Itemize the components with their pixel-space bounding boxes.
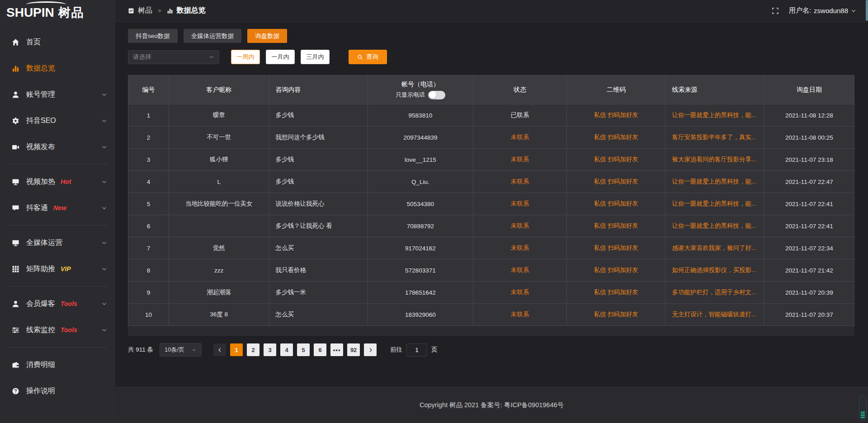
cell-content: 怎么买	[269, 304, 368, 326]
qrcode-link[interactable]: 私信 扫码加好友	[594, 200, 638, 207]
page-size-select[interactable]: 10条/页	[160, 343, 202, 357]
table-panel: 编号客户昵称咨询内容帐号（电话）只显示电话状态二维码线索来源询盘日期 1暧章多少…	[128, 75, 854, 336]
page-button-4[interactable]: 4	[280, 343, 293, 356]
copyright-text: Copyright 树品 2021 备案号: 粤ICP备09019646号	[420, 401, 564, 409]
cell-source: 让你一眼就爱上的黑科技，能...	[665, 171, 764, 193]
cell-nickname: 潮起潮落	[169, 282, 269, 304]
status-badge: 未联系	[511, 200, 529, 207]
source-link[interactable]: 多功能护栏灯，适用于乡村文...	[672, 289, 756, 296]
monitor-icon	[12, 239, 19, 247]
qrcode-link[interactable]: 私信 扫码加好友	[594, 112, 638, 118]
page-more-button[interactable]: •••	[330, 343, 343, 356]
sidebar-item-label: 抖客通	[26, 203, 48, 213]
cell-date: 2021-11-07 23:18	[764, 149, 854, 171]
period-button-0[interactable]: 一周内	[231, 50, 260, 64]
qrcode-link[interactable]: 私信 扫码加好友	[594, 311, 638, 318]
qrcode-link[interactable]: 私信 扫码加好友	[594, 244, 638, 251]
query-button[interactable]: 查询	[349, 50, 387, 64]
column-header-nickname: 客户昵称	[169, 75, 269, 104]
cell-date: 2021-11-07 22:41	[764, 215, 854, 237]
sidebar-badge: Tools	[61, 300, 77, 307]
sidebar-item-4[interactable]: 视频发布	[0, 134, 115, 160]
cell-account: 50534380	[368, 193, 473, 215]
cell-nickname: 暧章	[169, 104, 269, 127]
tab-1[interactable]: 全媒体运营数据	[184, 29, 242, 43]
qrcode-link[interactable]: 私信 扫码加好友	[594, 178, 638, 185]
cell-no: 5	[128, 193, 169, 215]
scrollbar-thumb[interactable]	[866, 0, 868, 21]
sidebar-badge: Hot	[61, 178, 71, 185]
sidebar-item-16[interactable]: 操作说明	[0, 378, 115, 404]
column-header-qrcode: 二维码	[566, 75, 665, 104]
source-link[interactable]: 如何正确选择投影仪，买投影...	[672, 267, 756, 273]
period-button-2[interactable]: 三月内	[301, 50, 330, 64]
source-link[interactable]: 让你一眼就爱上的黑科技，能...	[672, 112, 756, 118]
user-menu[interactable]: 用户名: zswodun88	[789, 6, 856, 15]
goto-page: 前往 页	[390, 343, 438, 357]
sidebar-item-7[interactable]: 抖客通New	[0, 195, 115, 221]
breadcrumb: 树品 > 数据总览	[128, 6, 206, 15]
username-label: 用户名:	[789, 6, 811, 15]
period-button-1[interactable]: 一月内	[266, 50, 295, 64]
source-link[interactable]: 让你一眼就爱上的黑科技，能...	[672, 178, 756, 185]
qrcode-link[interactable]: 私信 扫码加好友	[594, 134, 638, 141]
sidebar-item-2[interactable]: 账号管理	[0, 81, 115, 108]
sidebar-divider	[8, 347, 107, 348]
period-button-group: 一周内一月内三月内	[231, 50, 330, 64]
phone-only-toggle[interactable]	[428, 91, 445, 99]
page-button-1[interactable]: 1	[230, 343, 243, 356]
goto-unit: 页	[431, 346, 438, 354]
sidebar-item-15[interactable]: 消费明细	[0, 352, 115, 378]
sidebar-item-13[interactable]: 线索监控Tools	[0, 317, 115, 343]
cell-source: 被大家追着问的客厅投影分享...	[665, 149, 764, 171]
cell-account: 2097344839	[368, 127, 473, 149]
page-button-5[interactable]: 5	[297, 343, 310, 356]
source-link[interactable]: 让你一眼就爱上的黑科技，能...	[672, 200, 756, 207]
status-badge: 未联系	[511, 267, 529, 273]
sidebar-item-10[interactable]: 矩阵助推VIP	[0, 256, 115, 282]
cell-date: 2021-11-07 22:41	[764, 193, 854, 215]
qrcode-link[interactable]: 私信 扫码加好友	[594, 156, 638, 163]
tab-2[interactable]: 询盘数据	[247, 29, 287, 43]
sidebar-item-6[interactable]: 视频加热Hot	[0, 169, 115, 195]
fullscreen-icon[interactable]	[772, 7, 779, 14]
tab-0[interactable]: 抖音seo数据	[128, 29, 178, 43]
phone-only-label: 只显示电话	[396, 91, 425, 99]
floating-widget[interactable]	[859, 396, 867, 420]
sidebar-item-9[interactable]: 全媒体运营	[0, 230, 115, 256]
qrcode-link[interactable]: 私信 扫码加好友	[594, 289, 638, 296]
source-link[interactable]: 感谢大家喜欢我家，被问了好...	[672, 244, 756, 251]
sidebar-item-label: 抖音SEO	[26, 116, 56, 126]
filter-select[interactable]: 请选择	[128, 50, 219, 64]
qrcode-link[interactable]: 私信 扫码加好友	[594, 222, 638, 229]
sidebar-item-12[interactable]: 会员爆客Tools	[0, 291, 115, 317]
table-row: 3狐小狸多少钱love__1215未联系私信 扫码加好友被大家追着问的客厅投影分…	[128, 149, 854, 171]
sidebar-item-1[interactable]: 数据总览	[0, 55, 115, 81]
source-link[interactable]: 让你一眼就爱上的黑科技，能...	[672, 222, 756, 229]
cell-status: 未联系	[473, 193, 566, 215]
page-button-6[interactable]: 6	[314, 343, 326, 356]
sidebar-item-0[interactable]: 首页	[0, 29, 115, 55]
source-link[interactable]: 无主灯设计，智能磁吸轨道灯...	[672, 311, 756, 318]
status-badge: 未联系	[511, 244, 529, 251]
goto-page-input[interactable]	[406, 343, 427, 357]
cell-qrcode: 私信 扫码加好友	[566, 237, 665, 259]
sidebar-divider	[8, 225, 107, 226]
page-button-2[interactable]: 2	[247, 343, 259, 356]
prev-page-button[interactable]	[213, 343, 226, 356]
cell-qrcode: 私信 扫码加好友	[566, 259, 665, 282]
sidebar-item-3[interactable]: 抖音SEO	[0, 108, 115, 134]
cell-source: 让你一眼就爱上的黑科技，能...	[665, 215, 764, 237]
page-button-3[interactable]: 3	[264, 343, 276, 356]
page-button-92[interactable]: 92	[347, 343, 360, 356]
home-icon	[12, 38, 19, 46]
next-page-button[interactable]	[364, 343, 377, 356]
source-link[interactable]: 被大家追着问的客厅投影分享...	[672, 156, 756, 163]
cell-source: 感谢大家喜欢我家，被问了好...	[665, 237, 764, 259]
logo[interactable]: SHUPIN 树品	[0, 0, 115, 25]
sidebar-badge: Tools	[61, 326, 77, 334]
breadcrumb-item-site[interactable]: 树品	[138, 6, 152, 15]
qrcode-link[interactable]: 私信 扫码加好友	[594, 267, 638, 273]
cell-content: 多少钱	[269, 171, 368, 193]
source-link[interactable]: 客厅安装投影半年多了，真实...	[672, 134, 756, 141]
